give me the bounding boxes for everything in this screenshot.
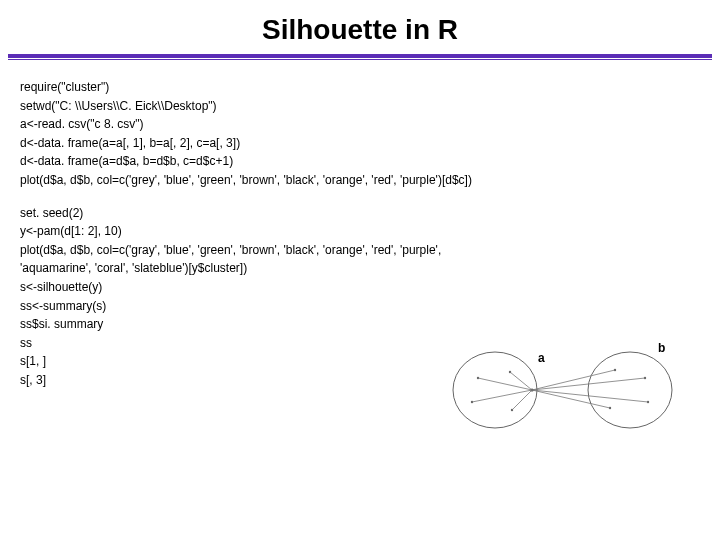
code-line: a<-read. csv("c 8. csv") [20, 115, 700, 134]
svg-line-11 [478, 378, 532, 390]
diagram-label-a: a [538, 351, 545, 365]
svg-line-15 [532, 370, 615, 390]
code-line: require("cluster") [20, 78, 700, 97]
code-line: d<-data. frame(a=a[, 1], b=a[, 2], c=a[,… [20, 134, 700, 153]
code-line: plot(d$a, d$b, col=c('gray', 'blue', 'gr… [20, 241, 700, 260]
svg-line-17 [532, 390, 610, 408]
code-line: d<-data. frame(a=d$a, b=d$b, c=d$c+1) [20, 152, 700, 171]
code-line: set. seed(2) [20, 204, 700, 223]
code-line: 'aquamarine', 'coral', 'slateblue')[y$cl… [20, 259, 700, 278]
code-line: y<-pam(d[1: 2], 10) [20, 222, 700, 241]
code-line: plot(d$a, d$b, col=c('grey', 'blue', 'gr… [20, 171, 700, 190]
svg-point-0 [453, 352, 537, 428]
code-line: setwd("C: \\Users\\C. Eick\\Desktop") [20, 97, 700, 116]
svg-line-13 [472, 390, 532, 402]
silhouette-diagram: a b [440, 330, 680, 440]
title-rule-thick [8, 54, 712, 58]
code-line: s<-silhouette(y) [20, 278, 700, 297]
svg-point-1 [588, 352, 672, 428]
page-title: Silhouette in R [0, 0, 720, 54]
diagram-label-b: b [658, 341, 665, 355]
code-line: ss<-summary(s) [20, 297, 700, 316]
svg-line-18 [532, 390, 648, 402]
